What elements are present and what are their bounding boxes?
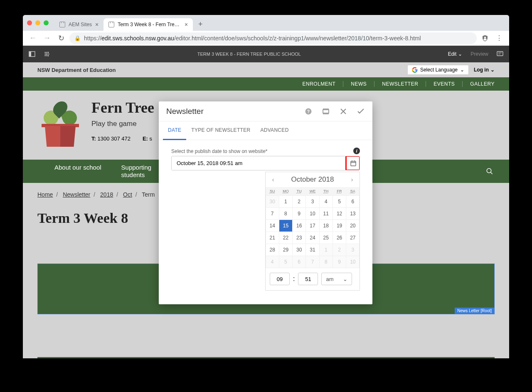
preview-button[interactable]: Preview <box>470 51 488 57</box>
minute-input[interactable] <box>298 273 318 285</box>
contact-info: T: 1300 307 472 E: s <box>91 136 154 142</box>
publish-date-input[interactable] <box>172 156 346 170</box>
minimize-window[interactable] <box>35 20 40 25</box>
calendar-day[interactable]: 15 <box>279 219 293 232</box>
back-button[interactable]: ← <box>27 32 39 44</box>
aem-page-title: TERM 3 WEEK 8 - FERN TREE PUBLIC SCHOOL <box>50 52 448 57</box>
tab-close-icon[interactable]: × <box>95 21 99 28</box>
calendar-day[interactable]: 18 <box>319 219 333 232</box>
info-icon[interactable]: i <box>353 148 360 154</box>
nav-events[interactable]: EVENTS <box>426 81 463 87</box>
nav-about[interactable]: About our school <box>54 164 101 171</box>
nav-supporting[interactable]: Supportingstudents <box>121 164 152 179</box>
calendar-day[interactable]: 14 <box>266 219 279 232</box>
calendar-day[interactable]: 2 <box>292 195 306 208</box>
nav-gallery[interactable]: GALLERY <box>463 81 495 87</box>
calendar-dow: WE <box>306 187 319 195</box>
calendar-grid: 3012345678910111213141516171819202122232… <box>266 195 360 268</box>
crumb-newsletter[interactable]: Newsletter <box>63 191 90 198</box>
tab-close-icon[interactable]: × <box>185 21 188 28</box>
reload-button[interactable]: ↻ <box>55 32 67 44</box>
tab-type[interactable]: TYPE OF NEWSLETTER <box>186 121 255 140</box>
forward-button[interactable]: → <box>41 32 53 44</box>
calendar-day: 9 <box>332 256 346 268</box>
calendar-day[interactable]: 23 <box>292 232 306 244</box>
tab-date[interactable]: DATE <box>163 121 186 140</box>
url-field[interactable]: 🔒 https://edit.sws.schools.nsw.gov.au/ed… <box>69 32 477 44</box>
language-selector[interactable]: Select Language⌄ <box>407 65 469 75</box>
aem-toolbar: TERM 3 WEEK 8 - FERN TREE PUBLIC SCHOOL … <box>23 46 509 62</box>
calendar-day[interactable]: 6 <box>346 195 360 208</box>
svg-point-4 <box>48 55 49 57</box>
calendar-day[interactable]: 4 <box>319 195 333 208</box>
side-panel-icon[interactable] <box>29 51 35 57</box>
calendar-day[interactable]: 7 <box>266 207 279 220</box>
lock-icon: 🔒 <box>74 35 81 41</box>
calendar-toggle-button[interactable] <box>346 156 360 170</box>
calendar-day[interactable]: 10 <box>305 207 319 220</box>
calendar-day: 30 <box>266 195 279 208</box>
calendar-day[interactable]: 27 <box>346 232 360 244</box>
component-label: News Letter [Root] <box>455 308 494 314</box>
calendar-day[interactable]: 3 <box>305 195 319 208</box>
calendar-day[interactable]: 11 <box>319 207 333 220</box>
calendar-day[interactable]: 29 <box>279 244 293 256</box>
close-icon[interactable] <box>339 107 347 116</box>
login-button[interactable]: Log in⌄ <box>474 67 495 73</box>
browser-tab-2[interactable]: Term 3 Week 8 - Fern Tree Pub × <box>103 18 193 31</box>
account-icon[interactable] <box>479 32 491 44</box>
annotate-icon[interactable] <box>497 51 503 57</box>
ampm-select[interactable]: am⌄ <box>321 273 352 285</box>
crumb-year[interactable]: 2018 <box>100 191 113 198</box>
fullscreen-icon[interactable] <box>322 107 330 116</box>
calendar-day: 5 <box>279 256 293 268</box>
prev-month-button[interactable]: ‹ <box>270 176 276 183</box>
crumb-month[interactable]: Oct <box>123 191 132 198</box>
maximize-window[interactable] <box>44 20 49 25</box>
calendar-day[interactable]: 31 <box>305 244 319 256</box>
edit-mode-button[interactable]: Edit⌄ <box>448 51 463 57</box>
calendar-day[interactable]: 30 <box>292 244 306 256</box>
department-bar: NSW Department of Education Select Langu… <box>23 62 509 77</box>
nav-news[interactable]: NEWS <box>343 81 374 87</box>
tab-advanced[interactable]: ADVANCED <box>255 121 293 140</box>
calendar-day[interactable]: 25 <box>319 232 333 244</box>
chevron-down-icon: ⌄ <box>458 51 462 57</box>
page-info-icon[interactable] <box>44 51 50 57</box>
calendar-dow: MO <box>279 187 292 195</box>
calendar-day-headers: SUMOTUWETHFRSA <box>266 187 360 195</box>
calendar-day[interactable]: 19 <box>332 219 346 232</box>
calendar-day[interactable]: 5 <box>332 195 346 208</box>
calendar-day[interactable]: 1 <box>279 195 293 208</box>
calendar-day[interactable]: 16 <box>292 219 306 232</box>
search-icon[interactable] <box>486 168 493 175</box>
file-icon <box>108 22 114 27</box>
calendar-day[interactable]: 24 <box>305 232 319 244</box>
calendar-day[interactable]: 26 <box>332 232 346 244</box>
nav-newsletter[interactable]: NEWSLETTER <box>374 81 426 87</box>
calendar-day[interactable]: 17 <box>305 219 319 232</box>
calendar-day[interactable]: 21 <box>266 232 279 244</box>
publish-date-label: Select the publish date to show on websi… <box>171 148 360 154</box>
calendar-day[interactable]: 22 <box>279 232 293 244</box>
browser-tab-1[interactable]: AEM Sites × <box>54 18 103 31</box>
calendar-day[interactable]: 12 <box>332 207 346 220</box>
calendar-dow: TU <box>293 187 306 195</box>
calendar-day[interactable]: 20 <box>346 219 360 232</box>
address-bar: ← → ↻ 🔒 https://edit.sws.schools.nsw.gov… <box>23 31 509 46</box>
close-window[interactable] <box>27 20 32 25</box>
menu-icon[interactable]: ⋮ <box>493 32 505 44</box>
next-month-button[interactable]: › <box>349 176 355 183</box>
chevron-down-icon: ⌄ <box>490 67 495 73</box>
calendar-day[interactable]: 9 <box>292 207 306 220</box>
calendar-day[interactable]: 8 <box>279 207 293 220</box>
hour-input[interactable] <box>270 273 290 285</box>
calendar-day[interactable]: 13 <box>346 207 360 220</box>
new-tab-button[interactable]: + <box>195 18 206 30</box>
help-icon[interactable]: ? <box>304 107 313 116</box>
svg-text:?: ? <box>307 108 310 113</box>
crumb-home[interactable]: Home <box>37 191 53 198</box>
nav-enrolment[interactable]: ENROLMENT <box>295 81 343 87</box>
calendar-day[interactable]: 28 <box>266 244 279 256</box>
confirm-icon[interactable] <box>357 107 365 116</box>
